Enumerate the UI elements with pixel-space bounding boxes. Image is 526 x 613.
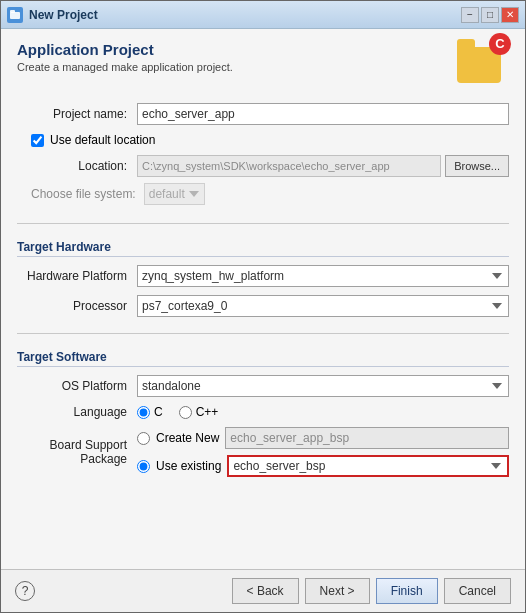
hardware-platform-row: Hardware Platform zynq_system_hw_platfor… bbox=[17, 265, 509, 287]
processor-select[interactable]: ps7_cortexa9_0 bbox=[137, 295, 509, 317]
dialog-window: New Project − □ ✕ Application Project Cr… bbox=[0, 0, 526, 613]
use-default-location-label: Use default location bbox=[50, 133, 155, 147]
bsp-row: Board Support Package Create New Use exi… bbox=[17, 427, 509, 477]
bsp-create-new-radio[interactable] bbox=[137, 432, 150, 445]
divider-2 bbox=[17, 333, 509, 334]
filesystem-row: Choose file system: default bbox=[31, 183, 509, 205]
bsp-options: Create New Use existing echo_server_bsp bbox=[137, 427, 509, 477]
language-c-label: C bbox=[154, 405, 163, 419]
cancel-button[interactable]: Cancel bbox=[444, 578, 511, 604]
target-software-title: Target Software bbox=[17, 350, 509, 367]
help-button[interactable]: ? bbox=[15, 581, 35, 601]
hardware-platform-label: Hardware Platform bbox=[17, 269, 137, 283]
location-label: Location: bbox=[17, 159, 137, 173]
page-title: Application Project bbox=[17, 41, 233, 58]
project-name-row: Project name: bbox=[17, 103, 509, 125]
project-name-input[interactable] bbox=[137, 103, 509, 125]
divider-1 bbox=[17, 223, 509, 224]
title-bar: New Project − □ ✕ bbox=[1, 1, 525, 29]
os-platform-select[interactable]: standalone bbox=[137, 375, 509, 397]
page-header-icon bbox=[457, 41, 509, 89]
folder-icon bbox=[457, 47, 501, 83]
bsp-create-new-row: Create New bbox=[137, 427, 509, 449]
processor-label: Processor bbox=[17, 299, 137, 313]
location-input bbox=[137, 155, 441, 177]
language-c-radio[interactable] bbox=[137, 406, 150, 419]
language-cpp-label: C++ bbox=[196, 405, 219, 419]
bsp-use-existing-select[interactable]: echo_server_bsp bbox=[227, 455, 509, 477]
close-button[interactable]: ✕ bbox=[501, 7, 519, 23]
page-header-text: Application Project Create a managed mak… bbox=[17, 41, 233, 73]
dialog-content: Application Project Create a managed mak… bbox=[1, 29, 525, 569]
page-description: Create a managed make application projec… bbox=[17, 61, 233, 73]
target-hardware-title: Target Hardware bbox=[17, 240, 509, 257]
bsp-create-new-input bbox=[225, 427, 509, 449]
window-controls: − □ ✕ bbox=[461, 7, 519, 23]
language-label: Language bbox=[17, 405, 137, 419]
filesystem-select: default bbox=[144, 183, 205, 205]
processor-row: Processor ps7_cortexa9_0 bbox=[17, 295, 509, 317]
maximize-button[interactable]: □ bbox=[481, 7, 499, 23]
bsp-use-existing-label: Use existing bbox=[156, 459, 221, 473]
filesystem-label: Choose file system: bbox=[31, 187, 136, 201]
next-button[interactable]: Next > bbox=[305, 578, 370, 604]
page-header: Application Project Create a managed mak… bbox=[17, 41, 509, 89]
os-platform-row: OS Platform standalone bbox=[17, 375, 509, 397]
svg-rect-0 bbox=[10, 12, 20, 19]
bsp-use-existing-radio[interactable] bbox=[137, 460, 150, 473]
finish-button[interactable]: Finish bbox=[376, 578, 438, 604]
bsp-create-new-label: Create New bbox=[156, 431, 219, 445]
language-row: Language C C++ bbox=[17, 405, 509, 419]
window-title: New Project bbox=[29, 8, 461, 22]
language-options: C C++ bbox=[137, 405, 234, 419]
language-cpp-radio[interactable] bbox=[179, 406, 192, 419]
window-icon bbox=[7, 7, 23, 23]
browse-button[interactable]: Browse... bbox=[445, 155, 509, 177]
use-default-location-checkbox[interactable] bbox=[31, 134, 44, 147]
bsp-use-existing-row: Use existing echo_server_bsp bbox=[137, 455, 509, 477]
hardware-platform-select[interactable]: zynq_system_hw_platform bbox=[137, 265, 509, 287]
use-default-location-row: Use default location bbox=[31, 133, 509, 147]
svg-rect-1 bbox=[10, 10, 15, 13]
bsp-label: Board Support Package bbox=[17, 438, 137, 466]
location-row: Location: Browse... bbox=[17, 155, 509, 177]
minimize-button[interactable]: − bbox=[461, 7, 479, 23]
os-platform-label: OS Platform bbox=[17, 379, 137, 393]
project-name-label: Project name: bbox=[17, 107, 137, 121]
back-button[interactable]: < Back bbox=[232, 578, 299, 604]
dialog-footer: ? < Back Next > Finish Cancel bbox=[1, 569, 525, 612]
